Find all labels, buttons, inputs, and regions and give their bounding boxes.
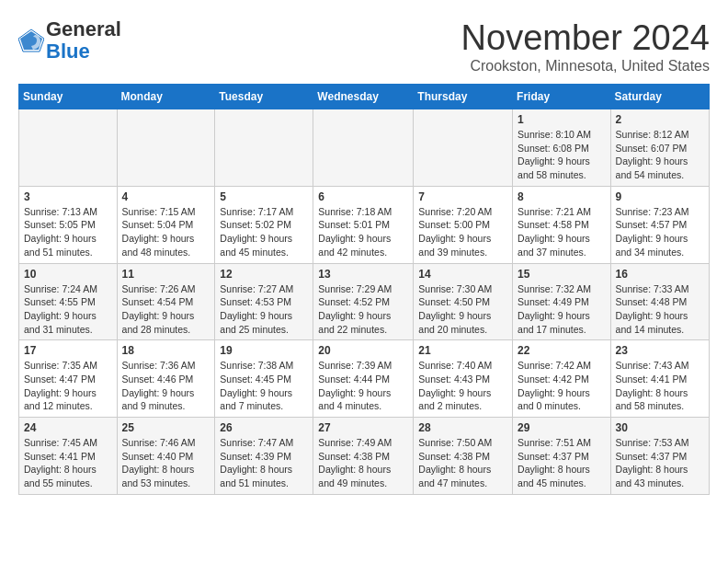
day-info: Sunrise: 7:27 AM bbox=[220, 282, 308, 296]
day-info: Daylight: 8 hours and 47 minutes. bbox=[418, 463, 507, 489]
day-number: 15 bbox=[518, 268, 606, 281]
calendar-cell: 17Sunrise: 7:35 AMSunset: 4:47 PMDayligh… bbox=[19, 340, 118, 418]
day-info: Sunset: 4:43 PM bbox=[418, 373, 507, 386]
day-info: Sunset: 4:47 PM bbox=[24, 373, 112, 386]
weekday-header: Monday bbox=[117, 85, 215, 109]
day-number: 18 bbox=[122, 344, 210, 357]
day-info: Sunrise: 7:51 AM bbox=[518, 436, 606, 450]
calendar-cell: 22Sunrise: 7:42 AMSunset: 4:42 PMDayligh… bbox=[513, 340, 611, 418]
logo-icon bbox=[18, 28, 44, 53]
calendar-week-row: 1Sunrise: 8:10 AMSunset: 6:08 PMDaylight… bbox=[19, 109, 710, 187]
day-info: Daylight: 9 hours and 51 minutes. bbox=[24, 232, 112, 259]
day-info: Daylight: 9 hours and 31 minutes. bbox=[24, 309, 112, 336]
calendar-cell: 15Sunrise: 7:32 AMSunset: 4:49 PMDayligh… bbox=[513, 263, 611, 340]
calendar-cell: 1Sunrise: 8:10 AMSunset: 6:08 PMDaylight… bbox=[513, 109, 611, 187]
day-info: Sunset: 4:54 PM bbox=[122, 295, 210, 309]
day-info: Sunset: 4:49 PM bbox=[518, 295, 606, 309]
day-number: 30 bbox=[616, 421, 704, 434]
day-info: Sunset: 4:44 PM bbox=[318, 373, 408, 386]
day-info: Daylight: 9 hours and 9 minutes. bbox=[122, 386, 210, 413]
calendar-cell bbox=[117, 109, 215, 187]
day-number: 28 bbox=[418, 421, 507, 434]
day-info: Sunrise: 7:43 AM bbox=[616, 359, 704, 373]
month-title: November 2024 bbox=[461, 18, 710, 58]
day-number: 29 bbox=[518, 421, 606, 434]
day-info: Daylight: 9 hours and 2 minutes. bbox=[418, 386, 507, 413]
day-info: Daylight: 9 hours and 12 minutes. bbox=[24, 386, 112, 413]
day-info: Sunset: 4:57 PM bbox=[616, 218, 704, 232]
day-info: Sunrise: 8:10 AM bbox=[518, 128, 606, 142]
calendar-cell: 23Sunrise: 7:43 AMSunset: 4:41 PMDayligh… bbox=[610, 340, 709, 418]
logo-general: General bbox=[46, 18, 121, 40]
day-number: 8 bbox=[518, 190, 606, 203]
calendar-cell bbox=[19, 109, 118, 187]
day-info: Sunset: 4:37 PM bbox=[616, 450, 704, 464]
calendar-cell: 9Sunrise: 7:23 AMSunset: 4:57 PMDaylight… bbox=[610, 186, 709, 263]
weekday-row: SundayMondayTuesdayWednesdayThursdayFrid… bbox=[19, 85, 710, 109]
day-info: Sunrise: 7:42 AM bbox=[518, 359, 606, 373]
calendar-cell: 20Sunrise: 7:39 AMSunset: 4:44 PMDayligh… bbox=[313, 340, 414, 418]
calendar-body: 1Sunrise: 8:10 AMSunset: 6:08 PMDaylight… bbox=[19, 109, 710, 495]
day-number: 16 bbox=[616, 268, 704, 281]
day-number: 20 bbox=[318, 344, 408, 357]
day-info: Daylight: 9 hours and 4 minutes. bbox=[318, 386, 408, 413]
calendar-cell: 21Sunrise: 7:40 AMSunset: 4:43 PMDayligh… bbox=[414, 340, 513, 418]
calendar-cell: 24Sunrise: 7:45 AMSunset: 4:41 PMDayligh… bbox=[19, 418, 118, 495]
calendar-cell bbox=[215, 109, 313, 187]
calendar-cell: 11Sunrise: 7:26 AMSunset: 4:54 PMDayligh… bbox=[117, 263, 215, 340]
day-info: Daylight: 8 hours and 51 minutes. bbox=[220, 463, 308, 489]
day-info: Sunset: 4:39 PM bbox=[220, 450, 308, 464]
day-info: Sunset: 4:45 PM bbox=[220, 373, 308, 386]
day-number: 13 bbox=[318, 268, 408, 281]
day-info: Daylight: 9 hours and 37 minutes. bbox=[518, 232, 606, 259]
day-number: 22 bbox=[518, 344, 606, 357]
day-info: Sunset: 4:53 PM bbox=[220, 295, 308, 309]
calendar-cell: 29Sunrise: 7:51 AMSunset: 4:37 PMDayligh… bbox=[513, 418, 611, 495]
calendar-cell: 4Sunrise: 7:15 AMSunset: 5:04 PMDaylight… bbox=[117, 186, 215, 263]
day-info: Daylight: 9 hours and 28 minutes. bbox=[122, 309, 210, 336]
day-info: Daylight: 9 hours and 20 minutes. bbox=[418, 309, 507, 336]
day-info: Sunrise: 7:17 AM bbox=[220, 205, 308, 219]
day-info: Daylight: 9 hours and 42 minutes. bbox=[318, 232, 408, 259]
day-info: Sunrise: 7:36 AM bbox=[122, 359, 210, 373]
day-info: Sunset: 4:41 PM bbox=[616, 373, 704, 386]
day-info: Sunset: 4:58 PM bbox=[518, 218, 606, 232]
day-info: Daylight: 8 hours and 49 minutes. bbox=[318, 463, 408, 489]
day-number: 23 bbox=[616, 344, 704, 357]
calendar-cell: 18Sunrise: 7:36 AMSunset: 4:46 PMDayligh… bbox=[117, 340, 215, 418]
calendar-cell: 2Sunrise: 8:12 AMSunset: 6:07 PMDaylight… bbox=[610, 109, 709, 187]
day-number: 27 bbox=[318, 421, 408, 434]
day-number: 2 bbox=[616, 113, 704, 126]
weekday-header: Friday bbox=[513, 85, 611, 109]
page-header: General Blue November 2024 Crookston, Mi… bbox=[18, 18, 710, 75]
weekday-header: Thursday bbox=[414, 85, 513, 109]
calendar-cell: 5Sunrise: 7:17 AMSunset: 5:02 PMDaylight… bbox=[215, 186, 313, 263]
day-number: 11 bbox=[122, 268, 210, 281]
day-info: Daylight: 8 hours and 55 minutes. bbox=[24, 463, 112, 489]
day-number: 4 bbox=[122, 190, 210, 203]
day-info: Sunrise: 7:35 AM bbox=[24, 359, 112, 373]
day-number: 9 bbox=[616, 190, 704, 203]
weekday-header: Saturday bbox=[610, 85, 709, 109]
day-info: Daylight: 8 hours and 58 minutes. bbox=[616, 386, 704, 413]
calendar-cell: 16Sunrise: 7:33 AMSunset: 4:48 PMDayligh… bbox=[610, 263, 709, 340]
logo-blue: Blue bbox=[46, 40, 121, 63]
calendar-week-row: 10Sunrise: 7:24 AMSunset: 4:55 PMDayligh… bbox=[19, 263, 710, 340]
day-number: 10 bbox=[24, 268, 112, 281]
day-info: Daylight: 9 hours and 54 minutes. bbox=[616, 155, 704, 181]
day-number: 25 bbox=[122, 421, 210, 434]
day-number: 17 bbox=[24, 344, 112, 357]
calendar-cell: 12Sunrise: 7:27 AMSunset: 4:53 PMDayligh… bbox=[215, 263, 313, 340]
day-number: 24 bbox=[24, 421, 112, 434]
calendar-cell: 14Sunrise: 7:30 AMSunset: 4:50 PMDayligh… bbox=[414, 263, 513, 340]
day-info: Sunrise: 7:13 AM bbox=[24, 205, 112, 219]
day-info: Daylight: 9 hours and 45 minutes. bbox=[220, 232, 308, 259]
day-info: Sunset: 4:42 PM bbox=[518, 373, 606, 386]
day-info: Sunset: 4:55 PM bbox=[24, 295, 112, 309]
day-info: Daylight: 8 hours and 53 minutes. bbox=[122, 463, 210, 489]
day-number: 3 bbox=[24, 190, 112, 203]
calendar-cell: 28Sunrise: 7:50 AMSunset: 4:38 PMDayligh… bbox=[414, 418, 513, 495]
calendar-cell: 8Sunrise: 7:21 AMSunset: 4:58 PMDaylight… bbox=[513, 186, 611, 263]
day-info: Daylight: 9 hours and 7 minutes. bbox=[220, 386, 308, 413]
title-block: November 2024 Crookston, Minnesota, Unit… bbox=[461, 18, 710, 75]
